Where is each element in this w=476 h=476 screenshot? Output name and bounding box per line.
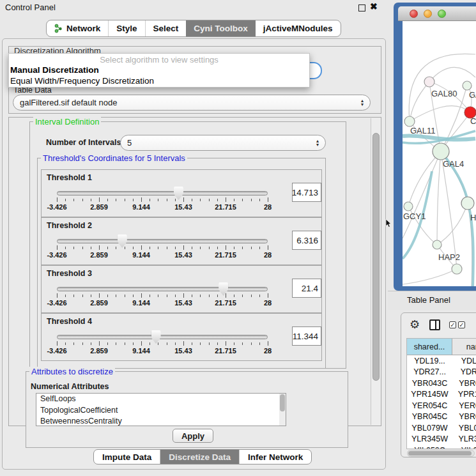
dropdown-option-manual[interactable]: Manual Discretization xyxy=(9,65,309,75)
attributes-group-title: Attributes to discretize xyxy=(29,367,115,376)
network-node[interactable] xyxy=(452,264,462,274)
network-node[interactable] xyxy=(461,197,474,210)
table-row[interactable]: YIL052CYIL052C xyxy=(407,445,476,449)
attributes-list-scrollbar-thumb[interactable] xyxy=(280,394,285,411)
slider-tick-label: 21.715 xyxy=(209,299,242,307)
table-cell[interactable]: YLR345W xyxy=(407,434,452,445)
network-node[interactable] xyxy=(433,240,441,249)
table-cell[interactable]: YDR27... xyxy=(407,367,452,378)
tab-network[interactable]: Network xyxy=(47,20,108,36)
slider-tick xyxy=(73,342,74,345)
threshold-slider-handle[interactable] xyxy=(174,187,183,200)
slider-tick xyxy=(167,199,167,201)
table-cell[interactable]: YBR045C xyxy=(452,411,476,423)
table-cell[interactable]: YDL19... xyxy=(452,355,476,367)
table-cell[interactable]: YDL19... xyxy=(407,355,452,367)
table-cell[interactable]: YIL052C xyxy=(407,445,452,449)
slider-tick-label: 15.43 xyxy=(167,251,200,259)
slider-tick-label: 9.144 xyxy=(125,299,158,307)
threshold-value-field[interactable]: 6.316 xyxy=(292,231,321,250)
column-header-name[interactable]: name xyxy=(452,339,476,355)
traffic-light-zoom-icon[interactable] xyxy=(438,10,446,18)
table-cell[interactable]: YDR27... xyxy=(452,367,476,378)
apply-button[interactable]: Apply xyxy=(173,429,213,443)
tab-impute-data[interactable]: Impute Data xyxy=(94,450,160,464)
threshold-slider-track[interactable] xyxy=(57,191,268,196)
slider-tick xyxy=(141,293,142,298)
table-cell[interactable]: YLR345W xyxy=(452,434,476,445)
threshold-value-field[interactable]: 11.344 xyxy=(292,326,321,346)
tab-select[interactable]: Select xyxy=(145,20,187,36)
threshold-slider-handle[interactable] xyxy=(219,282,228,296)
tab-jactivemnodules[interactable]: jActiveMNodules xyxy=(256,20,341,36)
table-hscrollbar-thumb[interactable] xyxy=(408,451,472,456)
network-node[interactable] xyxy=(463,81,472,90)
table-cell[interactable]: YBR043C xyxy=(407,378,452,389)
settings-scrollbar-thumb[interactable] xyxy=(372,133,380,381)
checkbox-checked-icon[interactable]: ✓ xyxy=(449,321,456,328)
table-cell[interactable]: YER054C xyxy=(407,400,452,411)
dropdown-option-equal-width[interactable]: Equal Width/Frequency Discretization xyxy=(9,75,309,86)
threshold-slider-track[interactable] xyxy=(57,287,268,291)
network-node[interactable] xyxy=(404,202,413,211)
slider-tick xyxy=(234,342,234,345)
table-cell[interactable]: YPR145W xyxy=(452,389,476,401)
threshold-panel: Threshold 3-3.4262.8599.14415.4321.71528… xyxy=(41,265,322,313)
table-row[interactable]: YBR043CYBR043C xyxy=(407,378,476,389)
slider-tick xyxy=(175,295,176,297)
table-row[interactable]: YBR045CYBR045C xyxy=(407,411,476,423)
threshold-value-field[interactable]: 21.4 xyxy=(292,279,321,298)
slider-tick xyxy=(150,199,150,201)
slider-tick xyxy=(217,199,218,201)
network-canvas[interactable]: GAL80GACGAL11GAL4GCY1HHAP2 xyxy=(403,21,476,286)
threshold-slider-handle[interactable] xyxy=(118,234,127,248)
numerical-attributes-list[interactable]: SelfLoopsTopologicalCoefficientBetweenne… xyxy=(36,393,286,426)
slider-tick xyxy=(175,342,176,345)
tab-infer-network[interactable]: Infer Network xyxy=(239,450,311,464)
table-row[interactable]: YBL079WYBL079W xyxy=(407,422,476,434)
table-row[interactable]: YDL19...YDL19... xyxy=(407,355,476,367)
network-node-label: HAP2 xyxy=(438,252,460,262)
threshold-value-field[interactable]: 14.713 xyxy=(292,183,321,202)
table-row[interactable]: YPR145WYPR145W xyxy=(407,389,476,401)
attribute-list-item[interactable]: SelfLoops xyxy=(36,394,286,405)
slider-tick xyxy=(268,341,268,346)
float-window-icon[interactable] xyxy=(358,4,365,12)
threshold-slider-track[interactable] xyxy=(57,239,268,243)
table-cell[interactable]: YBL079W xyxy=(407,422,452,434)
close-icon[interactable]: ✖ xyxy=(370,1,378,12)
table-cell[interactable]: YER054C xyxy=(452,400,476,411)
number-of-intervals-combo[interactable]: 5 ▴▾ xyxy=(120,135,326,151)
traffic-light-close-icon[interactable] xyxy=(410,10,418,18)
table-cell[interactable]: YIL052C xyxy=(452,445,476,449)
column-header-shared-name[interactable]: shared... xyxy=(407,339,452,355)
gear-icon[interactable]: ⚙ xyxy=(410,318,420,332)
split-columns-icon[interactable] xyxy=(429,319,440,330)
network-node[interactable] xyxy=(404,116,415,127)
table-cell[interactable]: YBR043C xyxy=(452,378,476,389)
table-row[interactable]: YDR27...YDR27... xyxy=(407,367,476,378)
attribute-list-item[interactable]: TopologicalCoefficient xyxy=(36,405,286,417)
slider-tick xyxy=(251,247,252,249)
tab-discretize-data[interactable]: Discretize Data xyxy=(160,450,239,464)
table-row[interactable]: YER054CYER054C xyxy=(407,400,476,411)
table-cell[interactable]: YPR145W xyxy=(407,389,452,401)
slider-tick xyxy=(91,295,91,297)
tab-style[interactable]: Style xyxy=(108,20,144,36)
threshold-slider-handle[interactable] xyxy=(151,330,161,344)
network-node[interactable] xyxy=(433,143,449,160)
table-row[interactable]: YLR345WYLR345W xyxy=(407,434,476,445)
table-cell[interactable]: YBL079W xyxy=(452,422,476,434)
combo-spinner-icon: ▴▾ xyxy=(316,139,319,147)
threshold-slider-track[interactable] xyxy=(57,335,268,339)
slider-tick xyxy=(125,199,125,201)
checkbox-checked-icon[interactable]: ✓ xyxy=(458,321,465,328)
traffic-light-minimize-icon[interactable] xyxy=(424,10,432,18)
table-data-combo[interactable]: galFiltered.sif default node ▴▾ xyxy=(13,95,371,111)
number-of-intervals-value: 5 xyxy=(127,138,132,148)
network-node[interactable] xyxy=(424,77,434,87)
tab-cyni-toolbox[interactable]: Cyni Toolbox xyxy=(186,20,256,36)
table-cell[interactable]: YBR045C xyxy=(407,411,452,423)
slider-tick xyxy=(217,295,218,297)
attribute-list-item[interactable]: BetweennessCentrality xyxy=(36,416,286,426)
